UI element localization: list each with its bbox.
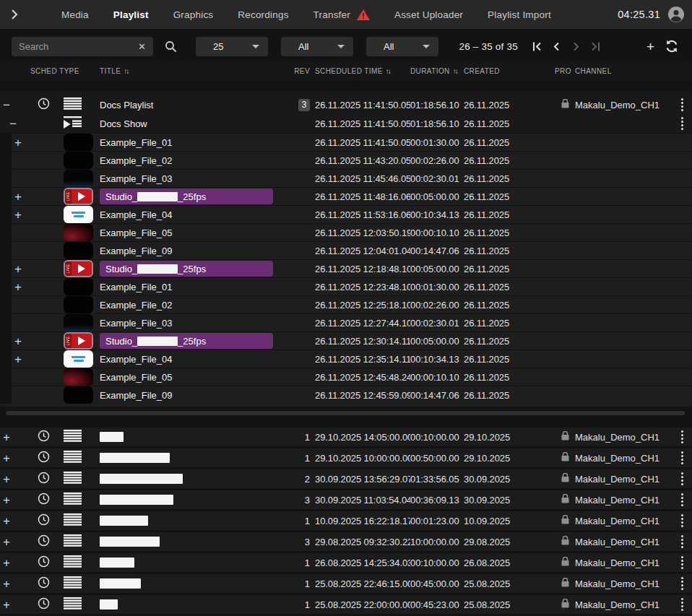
first-page-button[interactable]	[528, 40, 546, 53]
expand-button[interactable]: +	[14, 335, 22, 347]
row-menu-button[interactable]	[681, 514, 683, 527]
type-cell	[58, 555, 100, 571]
expand-button[interactable]: +	[14, 209, 22, 221]
nav-item-playlist[interactable]: Playlist	[101, 0, 161, 29]
redacted-title	[100, 599, 118, 610]
search-input[interactable]	[19, 41, 137, 52]
title-cell: Example_File_01	[100, 282, 295, 292]
refresh-button[interactable]	[665, 39, 679, 53]
scheduled-time: 25.08.2025 22:46:15.00	[315, 578, 410, 589]
playlist-type-icon	[64, 97, 82, 113]
clip-row[interactable]: +Example_File_0126.11.2025 12:23:48.1000…	[12, 277, 692, 295]
type-filter-select[interactable]: All	[281, 37, 353, 56]
expand-button[interactable]: +	[14, 191, 22, 203]
expand-button[interactable]: +	[3, 599, 10, 611]
clip-row[interactable]: +Example_File_0126.11.2025 11:41:50.0500…	[12, 133, 692, 151]
title-cell	[100, 453, 295, 463]
channel-filter-select[interactable]: All	[366, 37, 438, 56]
created-date: 26.11.2025	[464, 354, 555, 365]
playlist-row[interactable]: +129.10.2025 10:00:00.0000:50:00.0029.10…	[0, 448, 692, 467]
clip-row[interactable]: +LIVEStudio__25fps26.11.2025 12:18:48.10…	[12, 259, 692, 277]
scheduled-time: 26.11.2025 12:23:48.10	[315, 282, 410, 292]
playlist-row[interactable]: −Docs Playlist326.11.2025 11:41:50.0501:…	[0, 95, 692, 114]
collapse-button[interactable]: −	[3, 99, 10, 111]
clip-row[interactable]: Example_File_0326.11.2025 11:45:46.0500:…	[12, 169, 692, 187]
user-avatar-button[interactable]	[667, 6, 685, 23]
search-button[interactable]	[165, 40, 177, 53]
expand-button[interactable]: +	[14, 281, 22, 293]
last-page-button[interactable]	[587, 40, 605, 53]
row-menu-button[interactable]	[681, 535, 683, 548]
type-cell	[58, 513, 100, 529]
nav-item-recordings[interactable]: Recordings	[225, 0, 300, 29]
clip-row[interactable]: Example_File_0226.11.2025 11:43:20.0500:…	[12, 151, 692, 169]
expand-button[interactable]: +	[3, 578, 10, 590]
row-menu-button[interactable]	[681, 598, 683, 611]
clip-row[interactable]: Example_File_0226.11.2025 12:25:18.1000:…	[12, 295, 692, 313]
expand-button[interactable]: +	[3, 431, 10, 443]
clip-row[interactable]: Example_File_0326.11.2025 12:27:44.1000:…	[12, 313, 692, 331]
playlist-row[interactable]: +129.10.2025 14:05:00.0000:10:00.0029.10…	[0, 428, 692, 446]
clear-search-button[interactable]: ✕	[137, 41, 147, 52]
redacted-title	[100, 432, 124, 442]
expand-button[interactable]: +	[3, 452, 10, 464]
playlist-row[interactable]: +125.08.2025 22:00:00.0000:45:23.0025.08…	[0, 595, 692, 614]
playlist-row[interactable]: +110.09.2025 16:22:18.1700:01:23.0010.09…	[0, 511, 692, 530]
playlist-row[interactable]: +230.09.2025 13:56:29.0701:33:56.0530.09…	[0, 469, 692, 488]
expand-button[interactable]: +	[14, 263, 22, 275]
clip-row[interactable]: Example_File_0926.11.2025 12:04:01.0400:…	[12, 241, 692, 259]
sort-title-button[interactable]: ↑↓	[124, 67, 128, 75]
rev-cell: 1	[295, 599, 315, 610]
duration: 00:10:34.13	[410, 354, 464, 365]
clip-row[interactable]: +Example_File_0426.11.2025 11:53:16.0600…	[12, 205, 692, 223]
collapse-button[interactable]: −	[9, 118, 17, 130]
add-playlist-button[interactable]: +	[646, 40, 654, 53]
clip-row[interactable]: +LIVEStudio__25fps26.11.2025 12:30:14.11…	[12, 331, 692, 350]
row-menu-button[interactable]	[681, 98, 683, 111]
row-menu-button[interactable]	[681, 430, 683, 443]
clip-row[interactable]: +LIVEStudio__25fps26.11.2025 11:48:16.06…	[12, 187, 692, 205]
expand-button[interactable]: +	[14, 353, 22, 365]
row-menu-button[interactable]	[681, 117, 683, 130]
playlist-row[interactable]: −Docs Show26.11.2025 11:41:50.0501:18:56…	[0, 114, 692, 133]
duration: 00:00:10.10	[410, 372, 464, 383]
next-page-button[interactable]	[567, 40, 585, 53]
clip-row[interactable]: Example_File_0926.11.2025 12:45:59.0900:…	[12, 386, 692, 404]
previous-page-button[interactable]	[548, 40, 566, 53]
pro-cell	[555, 472, 575, 485]
row-menu-button[interactable]	[681, 451, 683, 464]
scheduled-time: 26.11.2025 11:41:50.05	[315, 118, 410, 129]
nav-item-media[interactable]: Media	[49, 0, 101, 29]
created-date: 26.11.2025	[464, 390, 555, 401]
expand-button[interactable]: +	[3, 536, 10, 548]
nav-item-graphics[interactable]: Graphics	[161, 0, 226, 29]
clip-row[interactable]: Example_File_0526.11.2025 12:45:48.2400:…	[12, 368, 692, 386]
row-menu-button[interactable]	[681, 493, 683, 506]
playlist-row[interactable]: +125.08.2025 22:46:15.0000:45:00.0025.08…	[0, 574, 692, 593]
nav-item-asset-uploader[interactable]: Asset Uploader	[382, 0, 475, 29]
type-cell: LIVE	[58, 332, 100, 350]
row-menu-button[interactable]	[681, 472, 683, 485]
sidebar-expand-button[interactable]	[0, 0, 29, 29]
expand-button[interactable]: +	[3, 473, 10, 485]
expand-cell: +	[0, 494, 29, 506]
sort-duration-button[interactable]: ↑↓	[453, 67, 457, 75]
row-menu-button[interactable]	[681, 556, 683, 569]
playlist-row[interactable]: +330.09.2025 11:03:54.0400:36:09.1330.09…	[0, 490, 692, 509]
page-size-select[interactable]: 25	[196, 37, 268, 56]
nav-item-playlist-import[interactable]: Playlist Import	[475, 0, 563, 29]
row-menu-button[interactable]	[681, 577, 683, 590]
expand-button[interactable]: +	[14, 136, 22, 149]
playlist-row[interactable]: +329.08.2025 09:32:30.2210:00:00.0029.08…	[0, 532, 692, 551]
expand-button[interactable]: +	[3, 515, 10, 527]
playlist-row[interactable]: +126.08.2025 14:25:34.0300:10:00.0026.08…	[0, 553, 692, 572]
horizontal-scrollbar-thumb[interactable]	[6, 411, 685, 415]
clip-row[interactable]: Example_File_0526.11.2025 12:03:50.1900:…	[12, 223, 692, 241]
expand-button[interactable]: +	[3, 557, 10, 569]
created-date: 26.11.2025	[464, 264, 555, 274]
nav-item-transfer[interactable]: Transfer	[301, 0, 382, 29]
sort-scheduled-time-button[interactable]: ↑↓	[386, 67, 390, 75]
expand-button[interactable]: +	[3, 494, 10, 506]
scheduled-time: 26.11.2025 12:03:50.19	[315, 227, 410, 238]
clip-row[interactable]: +Example_File_0426.11.2025 12:35:14.1100…	[12, 350, 692, 368]
